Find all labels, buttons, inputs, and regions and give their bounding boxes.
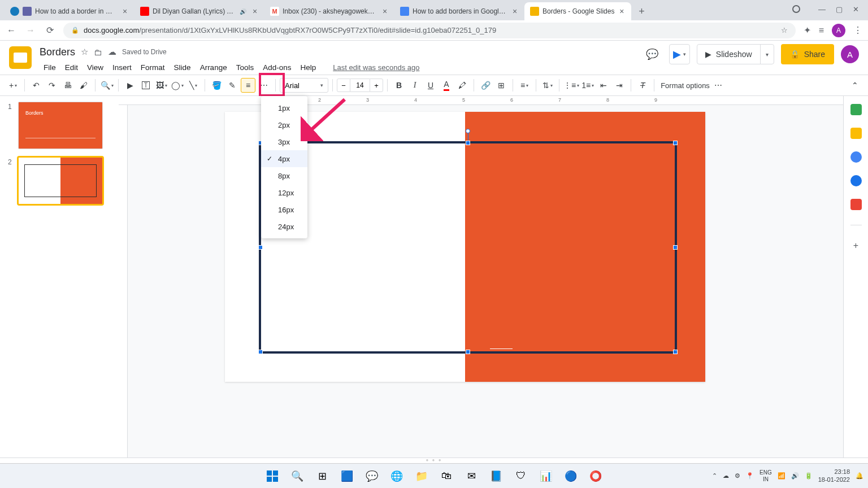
align-button[interactable]: ≡ — [517, 78, 532, 93]
close-window-button[interactable]: ✕ — [853, 5, 859, 14]
menu-arrange[interactable]: Arrange — [196, 62, 231, 73]
reload-button[interactable]: ⟳ — [44, 25, 55, 36]
add-panel-icon[interactable]: + — [850, 240, 862, 251]
app-button[interactable]: ⭕ — [585, 465, 606, 487]
language-indicator[interactable]: ENGIN — [760, 469, 772, 483]
italic-button[interactable]: I — [407, 78, 422, 93]
present-dropdown[interactable]: ▶▾ — [669, 44, 690, 64]
border-weight-option[interactable]: 3px — [261, 133, 307, 150]
resize-handle[interactable] — [466, 350, 470, 354]
account-avatar[interactable]: A — [841, 45, 859, 63]
border-weight-option[interactable]: 1px — [261, 99, 307, 116]
resize-handle[interactable] — [258, 350, 263, 354]
tray-chevron[interactable]: ⌃ — [712, 472, 717, 480]
menu-help[interactable]: Help — [296, 62, 320, 73]
border-color-button[interactable]: ✎ — [225, 78, 240, 93]
border-weight-option[interactable]: 24px — [261, 218, 307, 235]
slideshow-button[interactable]: ▶Slideshow — [697, 50, 760, 59]
start-button[interactable] — [262, 465, 283, 487]
fill-color-button[interactable]: 🪣 — [209, 78, 224, 93]
reading-list-icon[interactable]: ≡ — [819, 25, 824, 36]
tasks-icon[interactable] — [850, 151, 862, 163]
clear-format-button[interactable]: T — [635, 78, 650, 93]
border-weight-option[interactable]: 8px — [261, 167, 307, 184]
border-weight-option[interactable]: 16px — [261, 201, 307, 218]
link-button[interactable]: 🔗 — [478, 78, 493, 93]
selected-shape[interactable] — [259, 141, 677, 354]
indent-decrease-button[interactable]: ⇤ — [596, 78, 611, 93]
border-weight-option-selected[interactable]: 4px — [261, 150, 307, 167]
select-tool[interactable]: ▶ — [123, 78, 137, 93]
chat-button[interactable]: 💬 — [361, 465, 383, 487]
store-button[interactable]: 🛍 — [436, 465, 457, 487]
border-weight-button[interactable]: ≡ — [241, 78, 255, 93]
new-tab-button[interactable]: + — [633, 3, 649, 19]
office-button[interactable]: 📊 — [535, 465, 557, 487]
font-size-increase[interactable]: + — [370, 79, 383, 92]
close-icon[interactable]: × — [618, 7, 626, 15]
document-title[interactable]: Borders — [40, 46, 75, 58]
number-list-button[interactable]: 1≡ — [580, 78, 595, 93]
minimize-button[interactable]: — — [818, 5, 826, 14]
move-icon[interactable]: 🗀 — [94, 47, 102, 57]
audio-icon[interactable]: 🔊 — [240, 8, 248, 15]
slide-thumbnail[interactable]: 1 — [8, 102, 111, 149]
maximize-button[interactable]: ▢ — [836, 5, 843, 14]
more-button[interactable]: ⋯ — [711, 78, 726, 93]
wifi-icon[interactable]: 📶 — [778, 472, 785, 480]
paint-format-button[interactable]: 🖌 — [76, 78, 91, 93]
bold-button[interactable]: B — [392, 78, 406, 93]
battery-icon[interactable]: 🔋 — [805, 472, 813, 480]
new-slide-button[interactable]: + — [6, 78, 20, 93]
browser-tab[interactable]: M Inbox (230) - aksheyagowekar19 × — [264, 2, 394, 20]
slides-logo[interactable] — [9, 46, 32, 69]
last-edit-link[interactable]: Last edit was seconds ago — [329, 62, 423, 73]
search-button[interactable]: 🔍 — [287, 465, 308, 487]
location-icon[interactable]: 📍 — [746, 472, 754, 480]
contacts-icon[interactable] — [850, 175, 862, 186]
border-weight-option[interactable]: 12px — [261, 184, 307, 201]
bullet-list-button[interactable]: ⋮≡ — [563, 78, 579, 93]
widgets-button[interactable]: 🟦 — [336, 465, 358, 487]
explorer-button[interactable]: 📁 — [411, 465, 432, 487]
zoom-button[interactable]: 🔍 — [99, 78, 114, 93]
star-icon[interactable]: ☆ — [81, 47, 88, 57]
calendar-icon[interactable] — [850, 104, 862, 115]
slide-thumbnail[interactable]: 2 — [8, 157, 111, 204]
text-color-button[interactable]: A — [439, 78, 454, 93]
resize-handle[interactable] — [673, 245, 678, 250]
edge-button[interactable]: 🌐 — [386, 465, 407, 487]
shape-tool[interactable]: ◯ — [170, 78, 185, 93]
redo-button[interactable]: ↷ — [45, 78, 59, 93]
line-tool[interactable]: ╲ — [186, 78, 201, 93]
back-button[interactable]: ← — [6, 25, 17, 36]
keep-icon[interactable] — [850, 128, 862, 139]
rotation-handle[interactable] — [466, 129, 470, 133]
browser-tab[interactable]: Dil Diyan Gallan (Lyrics) Atif A 🔊 × — [134, 2, 264, 20]
image-tool[interactable]: 🖼 — [154, 78, 169, 93]
undo-button[interactable]: ↶ — [29, 78, 44, 93]
resize-handle[interactable] — [673, 350, 678, 354]
menu-format[interactable]: Format — [137, 62, 169, 73]
font-selector[interactable]: Arial▾ — [280, 78, 328, 93]
tray-icon[interactable]: ⚙ — [735, 472, 740, 480]
screencast-icon[interactable] — [792, 5, 800, 13]
menu-edit[interactable]: Edit — [61, 62, 82, 73]
font-size-decrease[interactable]: − — [337, 79, 350, 92]
mcafee-button[interactable]: 🛡 — [510, 465, 532, 487]
border-weight-option[interactable]: 2px — [261, 116, 307, 133]
browser-tab[interactable]: How to add borders in Google Sl × — [394, 2, 524, 20]
profile-avatar[interactable]: A — [832, 24, 845, 37]
canvas[interactable]: 1 2 3 4 5 6 7 8 9 — [119, 96, 843, 457]
close-icon[interactable]: × — [511, 7, 519, 15]
cloud-icon[interactable]: ☁ — [108, 47, 116, 57]
browser-tab-active[interactable]: Borders - Google Slides × — [524, 2, 631, 20]
onedrive-icon[interactable]: ☁ — [723, 472, 729, 480]
menu-insert[interactable]: Insert — [108, 62, 136, 73]
format-options-button[interactable]: Format options — [661, 81, 710, 90]
maps-icon[interactable] — [850, 199, 862, 210]
menu-view[interactable]: View — [83, 62, 107, 73]
menu-file[interactable]: File — [40, 62, 60, 73]
notifications-icon[interactable]: 🔔 — [856, 472, 863, 480]
indent-increase-button[interactable]: ⇥ — [612, 78, 627, 93]
